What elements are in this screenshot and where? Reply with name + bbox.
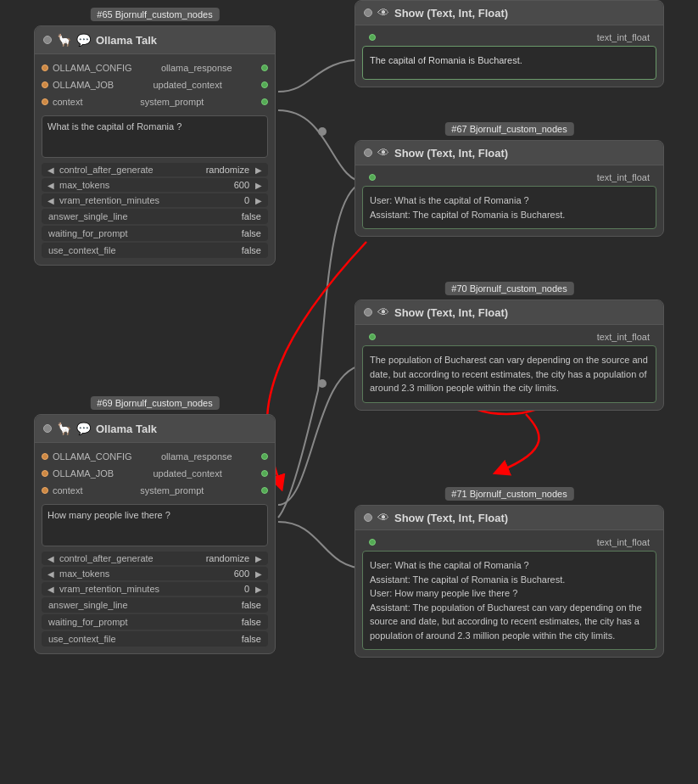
port-label-context: context xyxy=(53,97,82,107)
port-label-ctx-in-69: context xyxy=(53,485,82,496)
ctrl-right-arrow-65-0[interactable]: ▶ xyxy=(253,165,265,175)
show-node-66: #66 Bjornulf_custom_nodes 👁 Show (Text, … xyxy=(355,0,664,87)
port-row-ctx-69: context system_prompt xyxy=(35,482,275,499)
node-70-body: text_int_float The population of Buchare… xyxy=(355,325,663,410)
node-69-status xyxy=(43,424,52,433)
port-label-sys-prompt: system_prompt xyxy=(140,97,204,107)
port-label-sys-69: system_prompt xyxy=(140,485,204,496)
port-dot-sys-69 xyxy=(261,487,268,494)
ctrl-right-arrow-65-2[interactable]: ▶ xyxy=(253,196,265,205)
port-dot-job-69 xyxy=(42,470,48,477)
svg-point-0 xyxy=(318,127,327,136)
port-label-resp-69: ollama_response xyxy=(161,451,232,462)
port-row-job-69: OLLAMA_JOB updated_context xyxy=(35,465,275,482)
node-69-body: OLLAMA_CONFIG ollama_response OLLAMA_JOB… xyxy=(35,443,275,653)
node-70-title-bar: 👁 Show (Text, Int, Float) xyxy=(355,300,663,325)
node-70-title-text: Show (Text, Int, Float) xyxy=(394,306,508,319)
port-left-context: context xyxy=(42,97,82,107)
ollama-node-65: #65 Bjornulf_custom_nodes 🦙 💬 Ollama Tal… xyxy=(34,25,276,266)
port-label-67: text_int_float xyxy=(597,172,650,182)
ctrl-left-arrow-69-2[interactable]: ◀ xyxy=(45,585,57,594)
port-left-job: OLLAMA_JOB xyxy=(42,80,114,90)
bool-single-line-69[interactable]: answer_single_line false xyxy=(42,597,268,613)
port-row-context: context system_prompt xyxy=(35,93,275,110)
ctrl-right-arrow-69-1[interactable]: ▶ xyxy=(253,569,265,579)
bool-single-line-65[interactable]: answer_single_line false xyxy=(42,209,268,224)
port-dot-context xyxy=(42,98,48,105)
bool-waiting-69[interactable]: waiting_for_prompt false xyxy=(42,614,268,630)
node-66-title-text: Show (Text, Int, Float) xyxy=(394,7,508,20)
port-label-job: OLLAMA_JOB xyxy=(53,80,114,90)
port-left-config-69: OLLAMA_CONFIG xyxy=(42,451,132,462)
ctrl-left-arrow-69-1[interactable]: ◀ xyxy=(45,569,57,579)
show-node-67: #67 Bjornulf_custom_nodes 👁 Show (Text, … xyxy=(355,140,664,237)
port-left-ctx-69: context xyxy=(42,485,82,496)
ctrl-vram-65[interactable]: ◀ vram_retention_minutes 0 ▶ xyxy=(42,193,268,207)
port-row-67-input: text_int_float xyxy=(362,169,656,186)
node-67-eye-icon: 👁 xyxy=(377,146,389,160)
port-left-config: OLLAMA_CONFIG xyxy=(42,63,132,73)
bool-label-waiting-65: waiting_for_prompt xyxy=(48,228,128,238)
ctrl-left-arrow-65-2[interactable]: ◀ xyxy=(45,196,57,205)
bool-context-file-69[interactable]: use_context_file false xyxy=(42,631,268,647)
bool-waiting-65[interactable]: waiting_for_prompt false xyxy=(42,226,268,241)
ctrl-right-arrow-69-2[interactable]: ▶ xyxy=(253,585,265,594)
ctrl-value-69-2: 0 xyxy=(244,584,253,594)
ctrl-after-gen-69[interactable]: ◀ control_after_generate randomize ▶ xyxy=(42,552,268,565)
bool-label-single-69: answer_single_line xyxy=(48,600,128,610)
svg-point-1 xyxy=(318,379,327,388)
node-70-header: #70 Bjornulf_custom_nodes xyxy=(444,282,573,295)
ctrl-left-arrow-65-1[interactable]: ◀ xyxy=(45,181,57,190)
node-66-status xyxy=(364,8,372,17)
node-66-body: text_int_float The capital of Romania is… xyxy=(355,25,663,87)
node-66-output: The capital of Romania is Bucharest. xyxy=(362,46,656,80)
ctrl-vram-69[interactable]: ◀ vram_retention_minutes 0 ▶ xyxy=(42,582,268,596)
node-70-status xyxy=(364,308,372,316)
node-70-output: The population of Bucharest can vary dep… xyxy=(362,345,656,403)
port-left-job-69: OLLAMA_JOB xyxy=(42,468,114,479)
ctrl-value-69-0: randomize xyxy=(206,553,253,563)
port-label-ollama-resp: ollama_response xyxy=(161,63,232,73)
ctrl-left-arrow-69-0[interactable]: ◀ xyxy=(45,554,57,563)
ollama-node-69: #69 Bjornulf_custom_nodes 🦙 💬 Ollama Tal… xyxy=(34,414,276,654)
port-dot-66-in xyxy=(369,34,376,41)
ctrl-after-gen-65[interactable]: ◀ control_after_generate randomize ▶ xyxy=(42,163,268,176)
ctrl-label-69-2: vram_retention_minutes xyxy=(57,584,244,594)
node-71-eye-icon: 👁 xyxy=(377,511,389,524)
bool-value-ctx-file-69: false xyxy=(242,634,261,644)
node-69-llama-icon: 🦙 xyxy=(57,422,71,435)
ctrl-value-65-1: 600 xyxy=(234,180,253,190)
port-label-config-69: OLLAMA_CONFIG xyxy=(53,451,132,462)
port-label-job-69: OLLAMA_JOB xyxy=(53,468,114,479)
bool-label-ctx-file-69: use_context_file xyxy=(48,634,116,644)
ctrl-right-arrow-69-0[interactable]: ▶ xyxy=(253,554,265,563)
port-row-ollama-job: OLLAMA_JOB updated_context xyxy=(35,76,275,93)
port-dot-ctx-69 xyxy=(261,470,268,477)
node-67-title-text: Show (Text, Int, Float) xyxy=(394,147,508,160)
ctrl-max-tokens-69[interactable]: ◀ max_tokens 600 ▶ xyxy=(42,567,268,580)
bool-label-waiting-69: waiting_for_prompt xyxy=(48,617,128,627)
canvas: #65 Bjornulf_custom_nodes 🦙 💬 Ollama Tal… xyxy=(0,0,698,784)
node-65-textarea[interactable]: What is the capital of Romania ? xyxy=(42,115,268,158)
ctrl-right-arrow-65-1[interactable]: ▶ xyxy=(253,181,265,190)
node-66-eye-icon: 👁 xyxy=(377,6,389,20)
port-dot-config-69 xyxy=(42,453,48,460)
bool-value-single-69: false xyxy=(242,600,261,610)
port-row-ollama-config-69: OLLAMA_CONFIG ollama_response xyxy=(35,448,275,465)
port-dot-config xyxy=(42,64,48,71)
node-65-status xyxy=(43,36,52,44)
node-65-llama-icon: 🦙 xyxy=(57,33,71,47)
ctrl-label-65-2: vram_retention_minutes xyxy=(57,195,244,205)
node-69-chat-icon: 💬 xyxy=(76,422,91,435)
ctrl-label-65-0: control_after_generate xyxy=(57,165,206,175)
ctrl-left-arrow-65-0[interactable]: ◀ xyxy=(45,165,57,175)
node-65-header: #65 Bjornulf_custom_nodes xyxy=(90,8,219,21)
ctrl-max-tokens-65[interactable]: ◀ max_tokens 600 ▶ xyxy=(42,178,268,192)
port-label-70: text_int_float xyxy=(597,332,650,342)
node-69-textarea[interactable]: How many people live there ? xyxy=(42,504,268,546)
port-dot-updated-ctx xyxy=(261,81,268,88)
node-65-title-text: Ollama Talk xyxy=(96,34,157,47)
port-label-66: text_int_float xyxy=(597,32,650,42)
bool-context-file-65[interactable]: use_context_file false xyxy=(42,243,268,258)
node-70-eye-icon: 👁 xyxy=(377,305,389,319)
